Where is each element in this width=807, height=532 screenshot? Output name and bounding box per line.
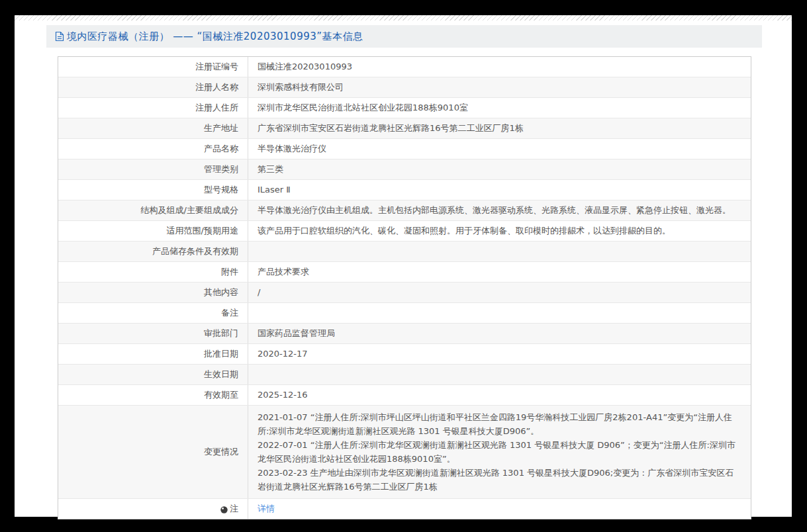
bulb-icon: [220, 506, 228, 514]
row-label: 注: [58, 499, 248, 519]
row-label: 结构及组成/主要组成成分: [58, 200, 248, 220]
row-registrant-name: 注册人名称 深圳索感科技有限公司: [58, 77, 751, 98]
row-cert-number: 注册证编号 国械注准20203010993: [58, 57, 751, 77]
row-value: 2020-12-17: [248, 344, 751, 364]
row-registrant-address: 注册人住所 深圳市龙华区民治街道北站社区创业花园188栋9010室: [58, 98, 751, 118]
row-value: 详情: [248, 499, 751, 519]
row-label: 注册人住所: [58, 98, 248, 118]
change-entry: 2021-01-07 “注册人住所:深圳市坪山区坪山街道和平社区兰金四路19号华…: [258, 410, 741, 438]
row-label: 型号规格: [58, 180, 248, 200]
row-value: 第三类: [248, 159, 751, 179]
page-title: 境内医疗器械（注册） —— “国械注准20203010993”基本信息: [67, 30, 363, 43]
row-other-content: 其他内容 /: [58, 283, 751, 303]
row-label: 审批部门: [58, 324, 248, 343]
row-remarks: 备注: [58, 303, 751, 324]
row-label: 附件: [58, 262, 248, 282]
row-storage-validity: 产品储存条件及有效期: [58, 242, 751, 262]
row-value: [248, 303, 751, 323]
row-value: 国家药品监督管理局: [248, 324, 751, 343]
row-structure-composition: 结构及组成/主要组成成分 半导体激光治疗仪由主机组成。主机包括内部电源系统、激光…: [58, 200, 751, 221]
row-value: 广东省深圳市宝安区石岩街道龙腾社区光辉路16号第二工业区厂房1栋: [248, 118, 751, 138]
row-value: [248, 242, 751, 261]
row-label: 产品储存条件及有效期: [58, 242, 248, 261]
row-value: 国械注准20203010993: [248, 57, 751, 77]
row-value: 该产品用于口腔软组织的汽化、碳化、凝固和照射。用于牙体制备、取印模时的排龈术，以…: [248, 221, 751, 241]
row-approval-date: 批准日期 2020-12-17: [58, 344, 751, 365]
row-label: 适用范围/预期用途: [58, 221, 248, 241]
row-approval-dept: 审批部门 国家药品监督管理局: [58, 324, 751, 344]
row-valid-until: 有效期至 2025-12-16: [58, 385, 751, 406]
row-attachment: 附件 产品技术要求: [58, 262, 751, 283]
row-note: 注 详情: [58, 499, 751, 519]
row-value: 半导体激光治疗仪: [248, 139, 751, 159]
row-label: 其他内容: [58, 283, 248, 302]
page-header: 境内医疗器械（注册） —— “国械注准20203010993”基本信息: [46, 25, 762, 48]
top-hatch-border: [15, 15, 792, 21]
change-entry: 2022-07-01 “注册人住所:深圳市龙华区观澜街道新澜社区观光路 1301…: [258, 438, 741, 466]
row-label: 生效日期: [58, 365, 248, 384]
row-management-class: 管理类别 第三类: [58, 159, 751, 180]
row-value: 深圳索感科技有限公司: [248, 77, 751, 97]
row-label: 生产地址: [58, 118, 248, 138]
row-label: 变更情况: [58, 406, 248, 498]
row-value: 产品技术要求: [248, 262, 751, 282]
row-label: 有效期至: [58, 385, 248, 405]
row-effective-date: 生效日期: [58, 365, 751, 385]
row-value: 2021-01-07 “注册人住所:深圳市坪山区坪山街道和平社区兰金四路19号华…: [248, 406, 751, 498]
note-label: 注: [230, 502, 238, 515]
row-value: ILaser Ⅱ: [248, 180, 751, 200]
row-label: 备注: [58, 303, 248, 323]
registration-info-table: 注册证编号 国械注准20203010993 注册人名称 深圳索感科技有限公司 注…: [58, 56, 751, 519]
row-label: 注册人名称: [58, 77, 248, 97]
row-change-history: 变更情况 2021-01-07 “注册人住所:深圳市坪山区坪山街道和平社区兰金四…: [58, 406, 751, 499]
row-value: [248, 365, 751, 384]
row-model-spec: 型号规格 ILaser Ⅱ: [58, 180, 751, 200]
row-value: /: [248, 283, 751, 302]
row-production-address: 生产地址 广东省深圳市宝安区石岩街道龙腾社区光辉路16号第二工业区厂房1栋: [58, 118, 751, 139]
page-panel: 境内医疗器械（注册） —— “国械注准20203010993”基本信息 注册证编…: [15, 15, 792, 517]
row-value: 2025-12-16: [248, 385, 751, 405]
document-icon: [55, 31, 64, 42]
row-label: 管理类别: [58, 159, 248, 179]
row-product-name: 产品名称 半导体激光治疗仪: [58, 139, 751, 159]
row-intended-use: 适用范围/预期用途 该产品用于口腔软组织的汽化、碳化、凝固和照射。用于牙体制备、…: [58, 221, 751, 242]
change-entry: 2023-02-23 生产地址由深圳市龙华区观澜街道新澜社区观光路 1301 号…: [258, 466, 741, 494]
row-label: 批准日期: [58, 344, 248, 364]
detail-link[interactable]: 详情: [258, 502, 275, 515]
row-value: 半导体激光治疗仪由主机组成。主机包括内部电源系统、激光器驱动系统、光路系统、液晶…: [248, 200, 751, 220]
row-label: 产品名称: [58, 139, 248, 159]
row-value: 深圳市龙华区民治街道北站社区创业花园188栋9010室: [248, 98, 751, 118]
row-label: 注册证编号: [58, 57, 248, 77]
